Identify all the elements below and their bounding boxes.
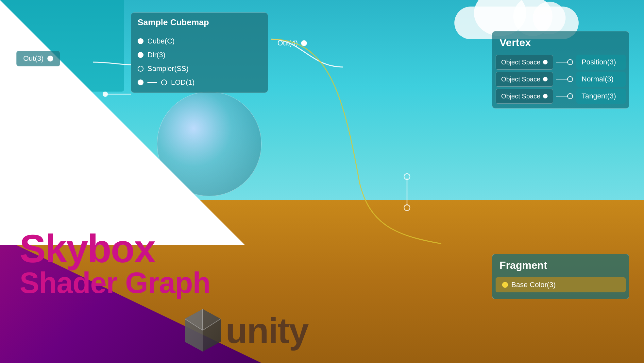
vertex-tangent-label: Tangent(3)	[582, 92, 616, 100]
cubemap-port-sampler: Sampler(SS)	[131, 62, 268, 76]
fragment-base-color-dot	[502, 282, 508, 288]
cubemap-node-title: Sample Cubemap	[131, 13, 268, 31]
port-dot-cube	[138, 38, 144, 44]
vertex-position-row: Object Space Position(3)	[496, 55, 626, 70]
cubemap-port-lod: LOD(1)	[131, 76, 268, 89]
fragment-base-color-label: Base Color(3)	[511, 281, 556, 289]
port-dot-sampler	[138, 66, 144, 72]
vertex-node-title: Vertex	[492, 31, 629, 53]
vertex-position-space-dot	[543, 60, 548, 64]
port-dot-lod	[161, 79, 167, 85]
port-label-lod: LOD(1)	[171, 78, 195, 87]
vertex-position-field: Position(3)	[576, 55, 626, 70]
port-label-cube: Cube(C)	[147, 37, 175, 45]
fragment-node: Fragment Base Color(3)	[492, 254, 629, 299]
cubemap-output-label: Out(4)	[278, 39, 298, 47]
out3-output-port	[47, 56, 53, 61]
fragment-node-padding	[492, 294, 629, 299]
vertex-tangent-space-btn[interactable]: Object Space	[496, 89, 553, 104]
title-overlay: Skybox Shader Graph	[20, 229, 210, 298]
vertex-normal-label: Normal(3)	[582, 75, 614, 83]
unity-logo-text: unity	[226, 310, 308, 351]
unity-logo-area: unity	[183, 307, 308, 353]
vertex-normal-port	[567, 76, 573, 82]
vertex-tangent-connector	[556, 96, 567, 96]
vertex-tangent-row: Object Space Tangent(3)	[496, 89, 626, 104]
sample-cubemap-node: Sample Cubemap Cube(C) Dir(3) Sampler(SS…	[131, 12, 268, 93]
vertex-position-port	[567, 59, 573, 65]
out3-label: Out(3)	[23, 54, 43, 63]
vertex-position-space-label: Object Space	[501, 59, 540, 66]
title-line2: Shader Graph	[20, 268, 210, 298]
cubemap-node-body: Cube(C) Dir(3) Sampler(SS) LOD(1)	[131, 31, 268, 93]
cubemap-output-row: Out(4)	[278, 39, 307, 47]
unity-logo-icon	[183, 307, 222, 353]
vertex-normal-row: Object Space Normal(3)	[496, 72, 626, 87]
vertex-normal-space-dot	[543, 77, 548, 81]
port-dot-dir	[138, 52, 144, 58]
vertex-tangent-port	[567, 93, 573, 99]
fragment-node-title: Fragment	[492, 254, 629, 275]
port-line-lod	[147, 82, 157, 83]
port-label-sampler: Sampler(SS)	[147, 64, 189, 73]
vertex-tangent-field: Tangent(3)	[576, 89, 626, 104]
out3-node: Out(3)	[16, 51, 60, 66]
vertex-position-connector	[556, 62, 567, 62]
port-dot-lod-connected	[138, 79, 144, 85]
vertex-normal-connector	[556, 79, 567, 79]
fragment-base-color-row: Base Color(3)	[496, 277, 626, 292]
vertex-normal-space-btn[interactable]: Object Space	[496, 72, 553, 87]
cubemap-port-dir: Dir(3)	[131, 48, 268, 62]
vertex-position-label: Position(3)	[582, 58, 616, 66]
cubemap-port-cube: Cube(C)	[131, 34, 268, 48]
vertex-normal-field: Normal(3)	[576, 72, 626, 87]
vertex-tangent-space-label: Object Space	[501, 93, 540, 100]
nodes-area: Out(3) Sample Cubemap Cube(C) Dir(3) Sam…	[0, 0, 644, 363]
cubemap-output-dot	[301, 40, 307, 46]
vertex-position-space-btn[interactable]: Object Space	[496, 55, 553, 70]
port-label-dir: Dir(3)	[147, 51, 165, 59]
vertex-normal-space-label: Object Space	[501, 76, 540, 83]
vertex-tangent-space-dot	[543, 94, 548, 98]
vertex-node: Vertex Object Space Position(3) Object S…	[492, 31, 629, 109]
title-line1: Skybox	[20, 229, 210, 268]
